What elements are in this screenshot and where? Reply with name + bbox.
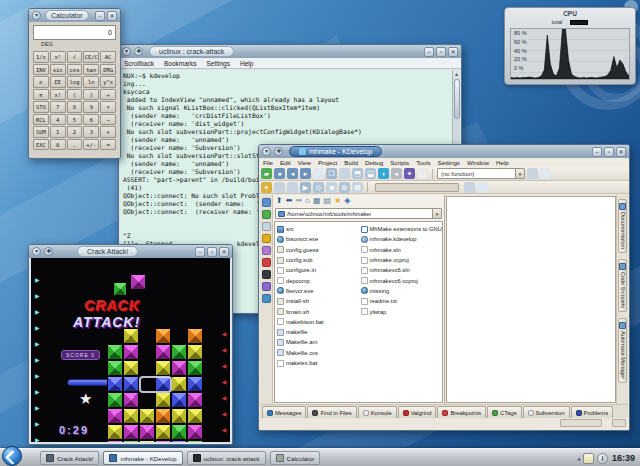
menu-item[interactable]: Edit (280, 159, 291, 167)
close-button[interactable]: ✕ (219, 247, 229, 257)
file-item[interactable]: makefile (277, 327, 359, 337)
menu-item[interactable]: View (298, 159, 311, 167)
calculator-key[interactable]: x² (50, 51, 66, 63)
file-item[interactable]: config.guess (277, 245, 359, 255)
file-item[interactable]: install-sh (277, 296, 359, 306)
menu-item[interactable]: Settings (207, 60, 231, 67)
calculator-key[interactable]: ln (83, 76, 99, 88)
file-item[interactable]: configure.in (277, 265, 359, 275)
annotate-icon[interactable]: ◗ (378, 168, 389, 179)
filter-icon[interactable]: ◈ (344, 196, 350, 206)
configure-project-icon[interactable]: ⚙ (339, 182, 350, 193)
bottom-dock-tab[interactable]: Messages (262, 406, 306, 418)
minimize-button[interactable]: – (95, 11, 105, 21)
snippets-tab-icon[interactable] (262, 282, 271, 291)
detailed-view-icon[interactable]: ▤ (324, 196, 332, 206)
debug-icon[interactable]: ⊙ (313, 182, 324, 193)
file-list-tab-icon[interactable] (262, 222, 271, 231)
split-horizontal-icon[interactable]: ⬒ (352, 168, 363, 179)
calculator-key[interactable]: x! (50, 89, 66, 101)
execute-icon[interactable]: ▶ (300, 182, 311, 193)
file-item[interactable]: mhmake.vcproj (361, 255, 443, 265)
menu-item[interactable]: Help (496, 159, 509, 167)
file-item[interactable]: bisonvcr.exe (277, 234, 359, 244)
menu-item[interactable]: Debug (365, 159, 383, 167)
prev-error-icon[interactable] (477, 182, 488, 193)
terminal-titlebar[interactable]: ▾ ✚ uclinux : crack-attack – ▫ ✕ (119, 45, 461, 58)
documents-icon[interactable]: ▤ (352, 182, 363, 193)
info-icon[interactable]: i (597, 453, 608, 464)
calculator-key[interactable]: 9 (83, 101, 99, 113)
calculator-key[interactable]: 6 (83, 114, 99, 126)
calculator-key[interactable]: CE/C (83, 51, 99, 63)
calculator-key[interactable]: tan (83, 64, 99, 76)
forward-icon[interactable]: ▸ (300, 168, 311, 179)
new-file-icon[interactable]: ▰ (261, 168, 272, 179)
file-selector-tab-icon[interactable] (262, 198, 271, 207)
stop-icon[interactable]: ● (391, 168, 402, 179)
menu-item[interactable]: File (263, 159, 273, 167)
new-window-icon[interactable]: ❐ (326, 168, 337, 179)
taskbar-item[interactable]: Crack Attack! (40, 451, 99, 465)
calculator-key[interactable]: 0 (50, 139, 66, 151)
split-vertical-icon[interactable]: ⬓ (365, 168, 376, 179)
home-icon[interactable]: ⌂ (305, 196, 310, 206)
breakpoints-tab-icon[interactable] (262, 258, 271, 267)
calculator-key[interactable]: = (100, 139, 116, 151)
menu-item[interactable]: Window (467, 159, 489, 167)
close-button[interactable]: ✕ (107, 11, 117, 21)
file-item[interactable]: readme.txt (361, 296, 443, 306)
build-icon[interactable]: ✦ (261, 182, 272, 193)
variables-tab-icon[interactable] (262, 246, 271, 255)
chevron-down-icon[interactable]: ▾ (515, 169, 524, 178)
maximize-button[interactable]: ▫ (207, 247, 217, 257)
calculator-key[interactable]: cos (67, 64, 83, 76)
menu-item[interactable]: Help (240, 60, 253, 67)
calculator-window[interactable]: ▾ Calculator – ✕ 0 DEG 1/xx²√CE/CACINVsi… (28, 8, 121, 159)
window-pin-icon[interactable]: ✚ (44, 247, 53, 256)
file-item[interactable]: mhmake.kdevelop (361, 234, 443, 244)
kdevelop-window[interactable]: ▾ ✚ mhmake - KDevelop – ▫ ✕ FileEditView… (258, 144, 630, 431)
calculator-key[interactable]: sin (50, 64, 66, 76)
right-dock-tab[interactable]: Documentation (618, 199, 627, 253)
file-item[interactable]: makelex.bat (277, 358, 359, 368)
scroll-up-icon[interactable]: ▲ (453, 70, 460, 78)
back-icon[interactable]: ◂ (287, 168, 298, 179)
calculator-key[interactable]: 1/x (33, 51, 49, 63)
back-icon[interactable]: ⬅ (286, 196, 293, 206)
calculator-key[interactable]: AC (100, 51, 116, 63)
file-item[interactable]: flexvcr.exe (277, 286, 359, 296)
calculator-key[interactable]: 1 (50, 126, 66, 138)
crack-attack-window[interactable]: ▾ ✚ Crack Attack! – ▫ ✕ CRACK ATTACK! SC… (28, 244, 233, 445)
calculator-key[interactable]: 4 (50, 114, 66, 126)
calculator-key[interactable]: RCL (33, 114, 49, 126)
menu-item[interactable]: Project (318, 159, 337, 167)
taskbar-item[interactable]: Calculator (270, 451, 321, 465)
window-menu-icon[interactable]: ▾ (32, 247, 41, 256)
calculator-titlebar[interactable]: ▾ Calculator – ✕ (29, 9, 120, 22)
bottom-dock-tab[interactable]: Problems (571, 406, 613, 418)
taskbar-item[interactable]: mhmake - KDevelop (103, 451, 182, 465)
app-launcher-button[interactable] (2, 446, 22, 466)
klipper-icon[interactable] (583, 453, 594, 464)
game-titlebar[interactable]: ▾ ✚ Crack Attack! – ▫ ✕ (29, 245, 232, 258)
file-item[interactable]: mhmakevc6.sln (361, 265, 443, 275)
calculator-key[interactable]: ÷ (100, 89, 116, 101)
file-item[interactable]: mhmakevc6.vcproj (361, 275, 443, 285)
scrollbar-thumb[interactable] (454, 79, 460, 119)
calculator-key[interactable]: . (67, 139, 83, 151)
file-item[interactable]: makebison.bat (277, 317, 359, 327)
window-pin-icon[interactable]: ✚ (274, 147, 283, 156)
right-dock-tab[interactable]: Code Snippets (618, 259, 627, 312)
calculator-key[interactable]: ( (67, 89, 83, 101)
calculator-key[interactable]: INV (33, 64, 49, 76)
bottom-dock-tab[interactable]: Find in Files (307, 406, 356, 418)
maximize-button[interactable]: ▫ (604, 147, 614, 157)
file-item[interactable]: depcomp (277, 275, 359, 285)
menu-item[interactable]: Bookmarks (164, 60, 197, 67)
menu-item[interactable]: Scrollback (124, 60, 154, 67)
calculator-key[interactable]: SUM (33, 126, 49, 138)
calculator-key[interactable]: +/- (83, 139, 99, 151)
maximize-button[interactable]: ▫ (436, 47, 446, 57)
menu-item[interactable]: Tools (416, 159, 430, 167)
